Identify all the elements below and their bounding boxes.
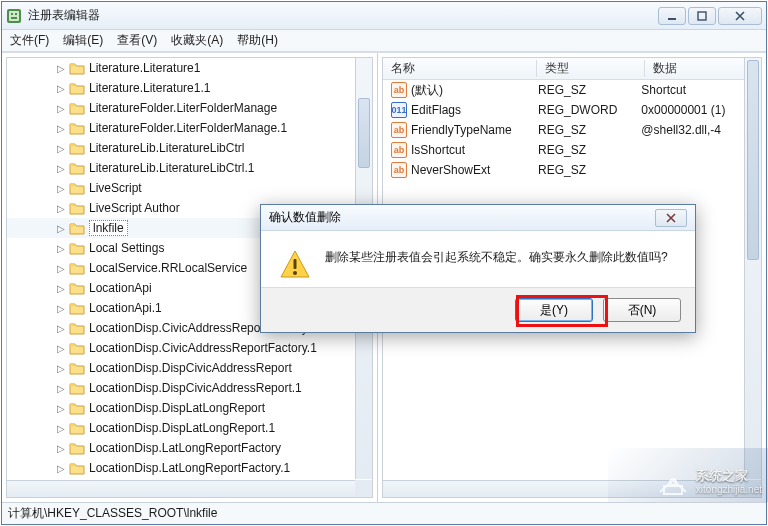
folder-icon [69,461,85,475]
expand-icon[interactable]: ▷ [55,203,67,214]
tree-item-label: LiveScript Author [89,201,180,215]
tree-item-label: LiteratureFolder.LiterFolderManage.1 [89,121,287,135]
tree-item-label: Literature.Literature1.1 [89,81,210,95]
string-icon: ab [391,162,407,178]
expand-icon[interactable]: ▷ [55,423,67,434]
close-button[interactable] [718,7,762,25]
dialog-title: 确认数值删除 [269,209,341,226]
expand-icon[interactable]: ▷ [55,463,67,474]
tree-item-label: Literature.Literature1 [89,61,200,75]
expand-icon[interactable]: ▷ [55,83,67,94]
tree-item-label: LiteratureLib.LiteratureLibCtrl.1 [89,161,254,175]
folder-icon [69,421,85,435]
tree-item[interactable]: ▷LocationDisp.DispLatLongReport.1 [7,418,355,438]
tree-item-label: Local Settings [89,241,164,255]
tree-item-label: LocationApi [89,281,152,295]
expand-icon[interactable]: ▷ [55,363,67,374]
folder-icon [69,301,85,315]
tree-item-label: LocationDisp.LatLongReportFactory.1 [89,461,290,475]
value-row[interactable]: abNeverShowExtREG_SZ [383,160,744,180]
value-type: REG_SZ [530,83,633,97]
folder-icon [69,61,85,75]
expand-icon[interactable]: ▷ [55,63,67,74]
value-row[interactable]: ab(默认)REG_SZShortcut [383,80,744,100]
tree-item[interactable]: ▷LiteratureLib.LiteratureLibCtrl.1 [7,158,355,178]
tree-item[interactable]: ▷LiteratureFolder.LiterFolderManage [7,98,355,118]
watermark-line1: 系统之家 [696,468,762,484]
svg-rect-7 [294,259,297,269]
expand-icon[interactable]: ▷ [55,343,67,354]
tree-item[interactable]: ▷LocationDisp.LatLongReportFactory [7,438,355,458]
tree-item[interactable]: ▷LiveScript [7,178,355,198]
tree-item-label: LocationDisp.DispCivicAddressReport.1 [89,381,302,395]
value-row[interactable]: 011EditFlagsREG_DWORD0x00000001 (1) [383,100,744,120]
titlebar[interactable]: 注册表编辑器 [2,2,766,30]
tree-item[interactable]: ▷LiteratureFolder.LiterFolderManage.1 [7,118,355,138]
menu-help[interactable]: 帮助(H) [237,32,278,49]
value-name: NeverShowExt [411,163,490,177]
folder-icon [69,101,85,115]
minimize-button[interactable] [658,7,686,25]
window-buttons [658,7,762,25]
watermark-line2: xitongzhijia.net [696,484,762,496]
expand-icon[interactable]: ▷ [55,223,67,234]
expand-icon[interactable]: ▷ [55,403,67,414]
folder-icon [69,341,85,355]
tree-item[interactable]: ▷LiteratureLib.LiteratureLibCtrl [7,138,355,158]
string-icon: ab [391,82,407,98]
expand-icon[interactable]: ▷ [55,183,67,194]
values-scrollbar-vertical[interactable] [744,58,761,479]
dialog-close-button[interactable] [655,209,687,227]
folder-icon [69,401,85,415]
value-name: FriendlyTypeName [411,123,512,137]
tree-item-label: LocationDisp.LatLongReportFactory [89,441,281,455]
tree-item[interactable]: ▷Literature.Literature1 [7,58,355,78]
tree-item[interactable]: ▷LocationDisp.LatLongReportFactory.1 [7,458,355,478]
folder-icon [69,81,85,95]
tree-item[interactable]: ▷LocationDisp.DispCivicAddressReport [7,358,355,378]
expand-icon[interactable]: ▷ [55,243,67,254]
expand-icon[interactable]: ▷ [55,303,67,314]
tree-item[interactable]: ▷LocationDisp.DispLatLongReport [7,398,355,418]
svg-point-10 [670,479,676,485]
dialog-button-row: 是(Y) 否(N) [261,287,695,332]
menu-view[interactable]: 查看(V) [117,32,157,49]
tree-scrollbar-horizontal[interactable] [7,480,355,497]
expand-icon[interactable]: ▷ [55,163,67,174]
menu-favorites[interactable]: 收藏夹(A) [171,32,223,49]
values-header[interactable]: 名称类型数据 [383,58,761,80]
tree-item-label: LocationApi.1 [89,301,162,315]
watermark: 系统之家 xitongzhijia.net [656,468,762,496]
dialog-titlebar[interactable]: 确认数值删除 [261,205,695,231]
value-row[interactable]: abIsShortcutREG_SZ [383,140,744,160]
expand-icon[interactable]: ▷ [55,283,67,294]
menu-edit[interactable]: 编辑(E) [63,32,103,49]
menu-file[interactable]: 文件(F) [10,32,49,49]
expand-icon[interactable]: ▷ [55,123,67,134]
folder-icon [69,441,85,455]
tree-item[interactable]: ▷LocationDisp.DispCivicAddressReport.1 [7,378,355,398]
column-header[interactable]: 名称 [383,60,537,77]
dialog-message: 删除某些注册表值会引起系统不稳定。确实要永久删除此数值吗? [325,249,668,266]
column-header[interactable]: 类型 [537,60,645,77]
dword-icon: 011 [391,102,407,118]
svg-rect-9 [664,486,682,494]
value-type: REG_DWORD [530,103,633,117]
tree-item[interactable]: ▷Literature.Literature1.1 [7,78,355,98]
tree-item-label: LiteratureLib.LiteratureLibCtrl [89,141,244,155]
dialog-no-button[interactable]: 否(N) [603,298,681,322]
tree-item[interactable]: ▷LocationDisp.CivicAddressReportFactory.… [7,338,355,358]
value-type: REG_SZ [530,163,633,177]
expand-icon[interactable]: ▷ [55,263,67,274]
value-name: (默认) [411,82,443,99]
expand-icon[interactable]: ▷ [55,103,67,114]
expand-icon[interactable]: ▷ [55,323,67,334]
expand-icon[interactable]: ▷ [55,143,67,154]
expand-icon[interactable]: ▷ [55,443,67,454]
folder-icon [69,241,85,255]
dialog-yes-button[interactable]: 是(Y) [515,298,593,322]
value-row[interactable]: abFriendlyTypeNameREG_SZ@shell32.dll,-4 [383,120,744,140]
expand-icon[interactable]: ▷ [55,383,67,394]
confirm-delete-dialog: 确认数值删除 删除某些注册表值会引起系统不稳定。确实要永久删除此数值吗? 是(Y… [260,204,696,333]
maximize-button[interactable] [688,7,716,25]
